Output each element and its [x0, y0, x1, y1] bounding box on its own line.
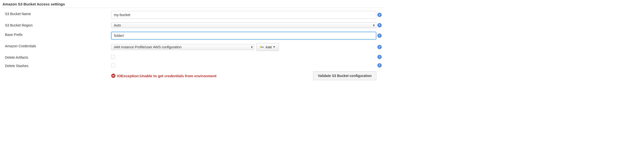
svg-text:?: ? [379, 45, 380, 49]
row-delete-stashes: Delete Stashes ? [2, 63, 383, 68]
error-icon [111, 73, 116, 78]
row-credentials: Amazon Credentials IAM instance Profile/… [2, 43, 383, 51]
section-title: Amazon S3 Bucket Access settings [2, 2, 383, 8]
svg-rect-10 [262, 47, 263, 48]
svg-text:?: ? [379, 55, 380, 59]
row-base-prefix: Base Prefix ? [2, 32, 383, 40]
label-bucket-region: S3 Bucket Region [5, 22, 111, 27]
label-delete-stashes: Delete Stashes [5, 63, 111, 68]
input-base-prefix[interactable] [111, 32, 376, 40]
select-credentials[interactable]: IAM instance Profile/user AWS configurat… [111, 44, 254, 50]
help-icon[interactable]: ? [377, 33, 382, 38]
label-delete-artifacts: Delete Artifacts [5, 54, 111, 59]
svg-text:?: ? [379, 13, 380, 17]
validate-button[interactable]: Validate S3 Bucket configuration [313, 71, 376, 80]
help-icon[interactable]: ? [377, 23, 382, 28]
caret-down-icon [273, 46, 275, 48]
svg-text:?: ? [379, 24, 380, 27]
svg-text:?: ? [379, 64, 380, 67]
add-credentials-button[interactable]: Add [256, 43, 279, 51]
key-icon [260, 46, 264, 48]
row-bucket-region: S3 Bucket Region Auto ▲▼ ? [2, 22, 383, 28]
checkbox-delete-stashes[interactable] [111, 63, 115, 67]
checkbox-delete-artifacts[interactable] [111, 55, 115, 59]
error-message: IOException:Unable to get credentials fr… [111, 73, 216, 78]
svg-rect-9 [263, 47, 264, 48]
help-icon[interactable]: ? [377, 45, 382, 49]
help-icon[interactable]: ? [377, 63, 382, 67]
row-validation: IOException:Unable to get credentials fr… [2, 71, 383, 80]
select-bucket-region[interactable]: Auto [111, 22, 376, 28]
error-text: IOException:Unable to get credentials fr… [117, 74, 216, 78]
row-delete-artifacts: Delete Artifacts ? [2, 54, 383, 59]
row-bucket-name: S3 Bucket Name ? [2, 11, 383, 19]
svg-rect-18 [112, 75, 114, 76]
label-bucket-name: S3 Bucket Name [5, 11, 111, 16]
input-bucket-name[interactable] [111, 11, 376, 19]
help-icon[interactable]: ? [377, 55, 382, 59]
help-icon[interactable]: ? [377, 13, 382, 17]
label-base-prefix: Base Prefix [5, 32, 111, 37]
svg-point-7 [261, 47, 261, 47]
add-button-label: Add [266, 45, 272, 49]
svg-text:?: ? [379, 34, 380, 37]
label-credentials: Amazon Credentials [5, 43, 111, 48]
